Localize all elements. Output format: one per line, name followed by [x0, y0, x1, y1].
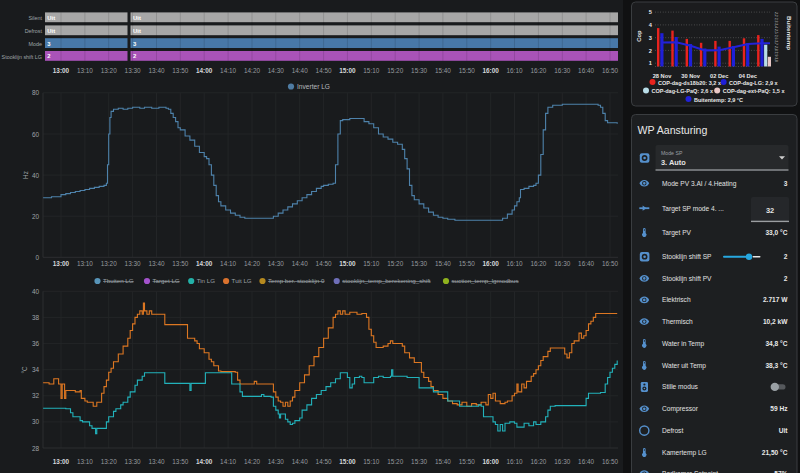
svg-text:16:30: 16:30	[554, 260, 570, 267]
svg-text:14:50: 14:50	[316, 458, 332, 465]
svg-text:16:00: 16:00	[483, 67, 500, 74]
svg-text:13:00: 13:00	[53, 67, 70, 74]
svg-text:30 Nov: 30 Nov	[681, 73, 700, 79]
svg-text:Cop: Cop	[636, 30, 642, 42]
svg-text:80: 80	[32, 89, 40, 96]
svg-text:°C: °C	[21, 366, 28, 374]
svg-text:15:50: 15:50	[459, 458, 475, 465]
svg-text:Uit: Uit	[47, 15, 55, 21]
svg-text:32: 32	[766, 206, 774, 215]
svg-text:28 Nov: 28 Nov	[653, 73, 672, 79]
svg-text:14:40: 14:40	[292, 260, 308, 267]
svg-text:Buitentemp: 2,9 °C: Buitentemp: 2,9 °C	[694, 97, 743, 103]
svg-text:16:20: 16:20	[530, 260, 546, 267]
svg-text:10,2 kW: 10,2 kW	[763, 318, 788, 326]
svg-text:14:40: 14:40	[292, 458, 308, 465]
svg-text:16:50: 16:50	[602, 260, 618, 267]
svg-text:3. Auto: 3. Auto	[661, 158, 686, 167]
svg-text:16:00: 16:00	[483, 260, 500, 267]
svg-text:Water in Temp: Water in Temp	[662, 340, 704, 348]
svg-text:Silent: Silent	[29, 15, 43, 21]
svg-text:33,0 °C: 33,0 °C	[765, 229, 787, 237]
svg-text:Mode SP: Mode SP	[661, 150, 683, 156]
svg-text:16:10: 16:10	[507, 67, 523, 74]
svg-text:Inverter LG: Inverter LG	[297, 83, 330, 90]
svg-text:15:00: 15:00	[339, 458, 356, 465]
svg-text:15:50: 15:50	[459, 260, 475, 267]
svg-text:2.717 W: 2.717 W	[763, 296, 788, 303]
svg-text:28: 28	[32, 445, 40, 452]
svg-text:0: 0	[35, 254, 39, 261]
svg-text:16:00: 16:00	[483, 458, 500, 465]
svg-text:21,50 °C: 21,50 °C	[762, 449, 788, 457]
svg-text:14:30: 14:30	[268, 67, 284, 74]
svg-text:34: 34	[32, 366, 40, 373]
svg-text:2: 2	[784, 275, 788, 282]
svg-text:Uit: Uit	[47, 28, 55, 34]
svg-text:Compressor: Compressor	[662, 405, 699, 413]
svg-text:14:10: 14:10	[220, 67, 236, 74]
svg-text:13:20: 13:20	[101, 260, 117, 267]
svg-text:16:30: 16:30	[554, 67, 570, 74]
svg-text:13:00: 13:00	[53, 458, 70, 465]
svg-text:40: 40	[32, 172, 40, 179]
svg-text:Target PV: Target PV	[662, 229, 692, 237]
svg-text:40: 40	[32, 288, 40, 295]
svg-text:16:10: 16:10	[507, 260, 523, 267]
svg-text:13:00: 13:00	[53, 260, 70, 267]
svg-text:2,2 2,3 2,4 2,5 2,6 2,7 2,8 2,: 2,2 2,3 2,4 2,5 2,6 2,7 2,8 2,9 3,0	[774, 12, 778, 62]
svg-text:13:20: 13:20	[101, 458, 117, 465]
svg-text:32: 32	[32, 392, 40, 399]
svg-text:15:20: 15:20	[387, 67, 403, 74]
svg-text:14:30: 14:30	[268, 260, 284, 267]
svg-text:Hz: Hz	[22, 171, 29, 179]
svg-text:15:30: 15:30	[411, 67, 427, 74]
svg-text:Tuit LG: Tuit LG	[232, 277, 252, 284]
svg-text:14:00: 14:00	[196, 67, 213, 74]
svg-text:Defrost: Defrost	[25, 28, 43, 34]
svg-text:20: 20	[32, 213, 40, 220]
svg-text:15:10: 15:10	[363, 67, 379, 74]
svg-text:15:40: 15:40	[435, 67, 451, 74]
svg-text:14:50: 14:50	[316, 67, 332, 74]
svg-text:Target LG: Target LG	[153, 277, 180, 284]
svg-text:Thermisch: Thermisch	[662, 318, 693, 325]
svg-text:16:40: 16:40	[578, 260, 594, 267]
svg-text:Tbuiten LG: Tbuiten LG	[103, 277, 134, 284]
svg-text:Stooklijn shift LG: Stooklijn shift LG	[2, 54, 42, 60]
svg-text:13:10: 13:10	[77, 67, 93, 74]
svg-text:13:10: 13:10	[77, 260, 93, 267]
svg-text:COP-dag-ext-PaQ: 1,5 x: COP-dag-ext-PaQ: 1,5 x	[723, 88, 786, 94]
svg-text:15:10: 15:10	[363, 260, 379, 267]
svg-text:Uit: Uit	[133, 28, 141, 34]
svg-text:15:40: 15:40	[435, 458, 451, 465]
svg-text:14:30: 14:30	[268, 458, 284, 465]
svg-text:15:30: 15:30	[411, 260, 427, 267]
svg-text:Stooklijn shift PV: Stooklijn shift PV	[662, 275, 712, 283]
svg-text:13:10: 13:10	[77, 458, 93, 465]
svg-text:14:10: 14:10	[220, 458, 236, 465]
svg-text:16:20: 16:20	[530, 67, 546, 74]
svg-text:14:20: 14:20	[244, 260, 260, 267]
svg-text:13:30: 13:30	[125, 458, 141, 465]
svg-text:13:50: 13:50	[172, 260, 188, 267]
svg-text:13:50: 13:50	[172, 458, 188, 465]
svg-text:Temp ber. stooklijn 0: Temp ber. stooklijn 0	[268, 277, 325, 284]
svg-text:14:00: 14:00	[196, 458, 213, 465]
svg-text:COP-dag-LG: 2,9 x: COP-dag-LG: 2,9 x	[729, 80, 779, 86]
svg-text:38,3 °C: 38,3 °C	[765, 362, 787, 370]
svg-text:Tin LG: Tin LG	[197, 277, 216, 284]
svg-text:15:30: 15:30	[411, 458, 427, 465]
svg-text:16:30: 16:30	[554, 458, 570, 465]
svg-text:Buitentemp: Buitentemp	[786, 16, 793, 50]
svg-text:COP-dag-ds18b20: 3,2 x: COP-dag-ds18b20: 3,2 x	[658, 80, 722, 86]
svg-text:Uit: Uit	[133, 15, 141, 21]
svg-text:15:00: 15:00	[339, 260, 356, 267]
svg-text:COP-dag-LG-PaQ: 2,6 x: COP-dag-LG-PaQ: 2,6 x	[652, 88, 714, 94]
svg-text:60: 60	[32, 131, 40, 138]
svg-text:30: 30	[32, 418, 40, 425]
svg-text:Mode PV 3.AI / 4.Heating: Mode PV 3.AI / 4.Heating	[662, 180, 737, 188]
svg-text:14:10: 14:10	[220, 260, 236, 267]
svg-text:Stooklijn shift SP: Stooklijn shift SP	[662, 253, 712, 261]
svg-text:Water uit Temp: Water uit Temp	[662, 362, 706, 370]
